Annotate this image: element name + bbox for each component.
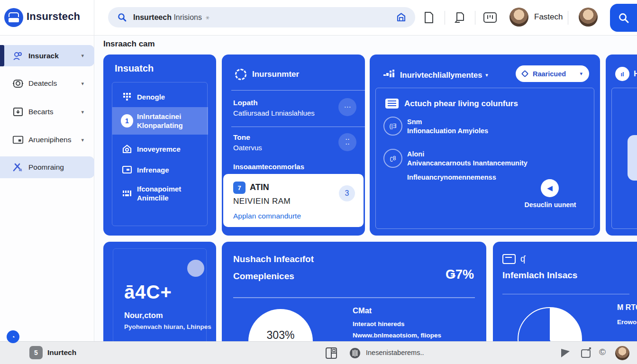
item-line1: Aloni bbox=[407, 150, 424, 158]
cursor-icon bbox=[561, 349, 570, 357]
item-line1: Snm bbox=[407, 118, 422, 126]
panel-note: Infleuancrynomennemenss bbox=[407, 173, 496, 181]
page-title: Insraach cam bbox=[103, 39, 155, 49]
nav-item-label: Denogle bbox=[137, 92, 165, 101]
user-avatar[interactable] bbox=[510, 8, 528, 27]
grid-icon[interactable] bbox=[325, 347, 337, 361]
columns-chart-icon[interactable] bbox=[482, 9, 498, 26]
chevron-down-icon: ▾ bbox=[81, 53, 84, 59]
gauge-title-line1: Nushach Infeacıfot bbox=[233, 254, 314, 264]
legend-title: M RTO bbox=[617, 303, 637, 312]
sidebar-item-label: Poomraing bbox=[28, 163, 64, 172]
panel-title: Actuch phear living colunfurs bbox=[404, 99, 518, 109]
insurtech-dashboard: Insurstech Insurteech Inrisions ⚹ Fastec… bbox=[0, 0, 637, 364]
row-line1: Tone bbox=[233, 133, 250, 142]
top-header: Insurstech Insurteech Inrisions ⚹ Fastec… bbox=[0, 0, 637, 36]
notification-count: 3 bbox=[339, 185, 355, 201]
item-icon: ʗ8 bbox=[383, 149, 402, 168]
floating-app-icon[interactable]: ◔ bbox=[7, 330, 19, 343]
bar-chart-icon bbox=[383, 69, 395, 81]
sidebar-item-label: Deatecls bbox=[28, 79, 57, 88]
search-icon bbox=[618, 12, 629, 24]
document-icon[interactable] bbox=[421, 9, 437, 26]
copyright-icon[interactable]: © bbox=[599, 347, 606, 357]
action-label: Desuclin uunent bbox=[512, 201, 588, 209]
legend-line1: Interaot hinereds bbox=[353, 320, 405, 328]
global-search-input[interactable]: Insurteech Inrisions ⚹ bbox=[108, 7, 415, 27]
partial-card-title: H bbox=[634, 69, 637, 79]
chevron-down-icon: ▾ bbox=[81, 137, 84, 143]
taskbar-avatar[interactable] bbox=[615, 346, 629, 360]
nav-item-label: IfconapoimetAnimclile bbox=[137, 184, 181, 202]
chevron-down-icon: ▾ bbox=[81, 81, 84, 87]
sidebar-item-deatecls[interactable]: Deatecls ▾ bbox=[0, 73, 94, 93]
highlight-block[interactable]: 7 ATIN NEIVIEIN RAM 3 Applan comnandurte bbox=[223, 174, 364, 227]
home-icon bbox=[121, 144, 133, 154]
nav-item-denogle[interactable]: Denogle bbox=[112, 89, 208, 104]
detail-card: Inurivtechliallymentes ▾ Raaricued ▾ Act… bbox=[370, 55, 600, 236]
search-button[interactable] bbox=[610, 4, 637, 32]
brand-logo-icon[interactable] bbox=[4, 8, 23, 27]
nav-item-infrenage[interactable]: Infrenage bbox=[112, 162, 208, 177]
divider bbox=[502, 294, 629, 294]
item-line2: Infionacluation Amyioles bbox=[407, 127, 488, 135]
partial-shape bbox=[628, 135, 637, 181]
search-filter-icon: ⚹ bbox=[206, 14, 209, 21]
chevron-down-icon[interactable]: ▾ bbox=[485, 72, 488, 78]
brand-area: Insurstech bbox=[0, 0, 94, 36]
count-badge: 7 bbox=[233, 182, 246, 194]
globe-icon[interactable] bbox=[349, 347, 361, 361]
sidebar-item-label: Insurack bbox=[28, 52, 59, 60]
active-indicator bbox=[0, 45, 4, 66]
header-divider bbox=[568, 11, 568, 25]
chevron-down-icon: ▾ bbox=[580, 71, 582, 77]
sidebar-nav: Insurack ▾ Deatecls ▾ Becarts ▾ Aruenipi… bbox=[0, 36, 94, 364]
stat-value: ā4C+ bbox=[124, 282, 172, 303]
tools-icon bbox=[12, 162, 24, 173]
gauge-title-line2: Comeplenices bbox=[233, 271, 294, 282]
list-card: Inursunmter Lopath Catliursaad Lnniaslah… bbox=[222, 55, 365, 236]
person-icon: ʠ bbox=[520, 254, 525, 264]
secondary-avatar[interactable] bbox=[579, 8, 598, 27]
search-home-icon[interactable] bbox=[396, 12, 407, 23]
gauge-percent: Ǥ7% bbox=[446, 267, 474, 282]
skip-back-button[interactable]: ◀ bbox=[541, 179, 559, 197]
copy-document-icon[interactable] bbox=[452, 9, 468, 26]
nav-card: Insuatch Denogle 1 InlnrtatacineiKlonpar… bbox=[103, 55, 216, 236]
nav-item-label: Inoveyremce bbox=[137, 145, 181, 154]
nav-card-title: Insuatch bbox=[115, 63, 154, 74]
sidebar-item-aruenipihens[interactable]: Aruenipihens ▾ bbox=[0, 130, 94, 150]
list-note: Insoaamteconmorlas bbox=[233, 163, 304, 171]
filter-dropdown[interactable]: Raaricued ▾ bbox=[516, 65, 589, 82]
screen-icon bbox=[502, 254, 516, 264]
stat-subtitle: Pyohenvach hiuran, Lhinpes bbox=[124, 323, 211, 330]
sidebar-item-label: Aruenipihens bbox=[28, 136, 71, 144]
divider bbox=[231, 127, 365, 127]
row-menu-button[interactable]: ⋯ bbox=[338, 98, 356, 116]
taskbar-app-icon[interactable]: 5 bbox=[29, 346, 43, 359]
image-icon bbox=[12, 134, 24, 146]
pie-card-title: Infemlach Inlsacs bbox=[502, 270, 577, 281]
screenshot-edit-icon[interactable] bbox=[580, 347, 592, 361]
inbox-download-icon bbox=[12, 106, 24, 118]
grid-dots-icon bbox=[121, 92, 133, 101]
chevron-down-icon: ▾ bbox=[81, 109, 84, 115]
nav-item-selected[interactable]: 1 InlnrtatacineiKlonparlating bbox=[112, 107, 208, 135]
sidebar-item-becarts[interactable]: Becarts ▾ bbox=[0, 102, 94, 122]
highlight-link[interactable]: Applan comnandurte bbox=[233, 212, 301, 220]
card-icon bbox=[121, 165, 133, 174]
highlight-code: ATIN bbox=[250, 182, 269, 192]
donut-value: 303% bbox=[248, 329, 313, 342]
dashed-circle-icon bbox=[235, 69, 246, 80]
nav-item-ifconapoimet[interactable]: IfconapoimetAnimclile bbox=[112, 181, 208, 206]
number-badge-icon: 1 bbox=[121, 114, 133, 127]
item-line2: Anivancancarnouts Inantancemunity bbox=[407, 159, 528, 167]
row-menu-button[interactable]: ⁚⁚ bbox=[338, 133, 356, 151]
legend-line2: Nwww.bnlmeaotsiom, fliopes bbox=[353, 332, 441, 339]
nav-item-inoveyremce[interactable]: Inoveyremce bbox=[112, 141, 208, 156]
status-dot[interactable] bbox=[187, 260, 204, 277]
sidebar-item-insurack[interactable]: Insurack ▾ bbox=[0, 45, 94, 66]
item-icon: (|Ǝ bbox=[383, 117, 402, 136]
sidebar-item-poomraing[interactable]: Poomraing bbox=[0, 156, 94, 178]
detail-card-title: Inurivtechliallymentes bbox=[400, 71, 482, 80]
